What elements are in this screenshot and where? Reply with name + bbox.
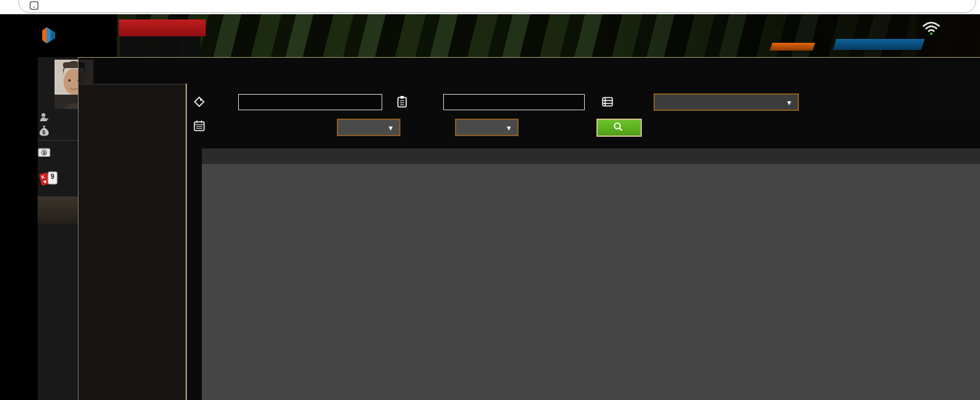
banknote-icon: $ [38, 148, 52, 161]
clipboard-icon [397, 95, 408, 110]
platform-select[interactable]: ▼ [654, 93, 799, 111]
chevron-down-icon: ▼ [786, 95, 792, 110]
dealing-label [120, 36, 201, 57]
user-icon: * [39, 112, 49, 125]
address-bar[interactable] [18, 0, 976, 13]
sidebar-divider [186, 84, 187, 400]
hall-tab[interactable] [38, 196, 78, 224]
tag-icon [193, 96, 205, 110]
svg-text:*: * [46, 117, 49, 123]
stop-betting-label [119, 19, 206, 36]
moneybag-icon: $ [39, 125, 49, 139]
calendar-icon [193, 120, 205, 134]
logo-mark-icon [40, 26, 57, 48]
cards-icon: K♥9 [39, 170, 58, 191]
chevron-down-icon: ▼ [506, 121, 512, 135]
screen: * $ $ K♥9 ▼ [0, 0, 980, 400]
browser-bar [0, 0, 980, 14]
search-icon [613, 122, 623, 134]
page-icon [29, 1, 39, 13]
round-input[interactable] [238, 94, 382, 110]
chevron-down-icon: ▼ [387, 121, 394, 135]
date-to-select[interactable]: ▼ [455, 119, 519, 136]
bet-records-modal: ▼ ▼ ▼ [78, 57, 980, 400]
svg-text:9: 9 [51, 173, 55, 180]
game-status-banner [119, 19, 206, 57]
search-button[interactable] [596, 119, 642, 137]
table-header-row [202, 148, 980, 164]
records-table [202, 148, 980, 400]
order-input[interactable] [443, 94, 585, 110]
modal-sidebar [79, 84, 186, 400]
svg-text:$: $ [43, 150, 46, 156]
date-from-select[interactable]: ▼ [337, 119, 400, 136]
left-sidebar: * $ $ K♥9 [38, 57, 78, 400]
platform-icon [602, 97, 613, 110]
site-logo[interactable] [40, 26, 61, 48]
divider [38, 140, 78, 141]
wifi-icon [922, 20, 941, 38]
svg-text:$: $ [42, 129, 45, 135]
dealt-cards [802, 21, 862, 54]
